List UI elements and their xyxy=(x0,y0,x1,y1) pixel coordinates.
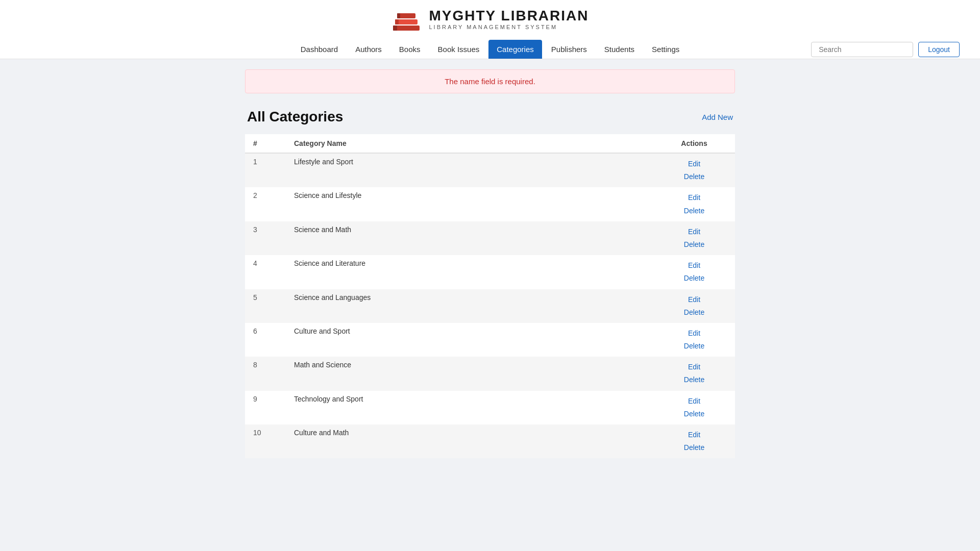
delete-link[interactable]: Delete xyxy=(662,272,727,285)
delete-link[interactable]: Delete xyxy=(662,306,727,319)
delete-link[interactable]: Delete xyxy=(662,170,727,183)
table-row: 10Culture and MathEditDelete xyxy=(245,424,735,458)
row-category-name: Science and Languages xyxy=(286,289,653,323)
row-actions: EditDelete xyxy=(653,153,735,187)
row-actions: EditDelete xyxy=(653,323,735,357)
add-new-link[interactable]: Add New xyxy=(702,113,733,121)
nav-link-book-issues[interactable]: Book Issues xyxy=(430,40,488,59)
table-row: 2Science and LifestyleEditDelete xyxy=(245,187,735,221)
page-header: All Categories Add New xyxy=(245,109,735,125)
row-category-name: Technology and Sport xyxy=(286,391,653,424)
alert-banner: The name field is required. xyxy=(245,69,735,93)
col-header-name: Category Name xyxy=(286,134,653,153)
table-row: 8Math and ScienceEditDelete xyxy=(245,357,735,390)
edit-link[interactable]: Edit xyxy=(662,259,727,272)
edit-link[interactable]: Edit xyxy=(662,361,727,373)
row-number: 10 xyxy=(245,424,286,458)
alert-message: The name field is required. xyxy=(445,77,535,86)
row-number: 3 xyxy=(245,221,286,255)
delete-link[interactable]: Delete xyxy=(662,408,727,420)
nav-right: Logout xyxy=(811,42,960,57)
row-category-name: Science and Literature xyxy=(286,255,653,289)
table-row: 5Science and LanguagesEditDelete xyxy=(245,289,735,323)
edit-link[interactable]: Edit xyxy=(662,191,727,204)
row-actions: EditDelete xyxy=(653,187,735,221)
categories-table: # Category Name Actions 1Lifestyle and S… xyxy=(245,134,735,458)
edit-link[interactable]: Edit xyxy=(662,327,727,340)
logo-text: MYGHTY LIBRARIAN LIBRARY MANAGEMENT SYST… xyxy=(429,9,589,30)
nav-link-dashboard[interactable]: Dashboard xyxy=(292,40,346,59)
nav-link-publishers[interactable]: Publishers xyxy=(543,40,595,59)
search-input[interactable] xyxy=(811,42,913,57)
table-row: 6Culture and SportEditDelete xyxy=(245,323,735,357)
main-nav: DashboardAuthorsBooksBook IssuesCategori… xyxy=(0,40,980,59)
row-number: 1 xyxy=(245,153,286,187)
nav-link-students[interactable]: Students xyxy=(596,40,643,59)
table-row: 4Science and LiteratureEditDelete xyxy=(245,255,735,289)
row-actions: EditDelete xyxy=(653,424,735,458)
svg-rect-5 xyxy=(397,13,400,18)
logo-area: MYGHTY LIBRARIAN LIBRARY MANAGEMENT SYST… xyxy=(391,6,589,33)
row-number: 9 xyxy=(245,391,286,424)
row-actions: EditDelete xyxy=(653,391,735,424)
row-actions: EditDelete xyxy=(653,289,735,323)
edit-link[interactable]: Edit xyxy=(662,293,727,306)
row-category-name: Science and Math xyxy=(286,221,653,255)
logout-button[interactable]: Logout xyxy=(918,42,960,57)
delete-link[interactable]: Delete xyxy=(662,205,727,217)
row-actions: EditDelete xyxy=(653,357,735,390)
row-number: 8 xyxy=(245,357,286,390)
row-actions: EditDelete xyxy=(653,221,735,255)
row-number: 5 xyxy=(245,289,286,323)
col-header-num: # xyxy=(245,134,286,153)
delete-link[interactable]: Delete xyxy=(662,340,727,353)
table-row: 3Science and MathEditDelete xyxy=(245,221,735,255)
main-content: All Categories Add New # Category Name A… xyxy=(245,104,735,479)
row-category-name: Culture and Math xyxy=(286,424,653,458)
nav-link-settings[interactable]: Settings xyxy=(644,40,688,59)
table-header-row: # Category Name Actions xyxy=(245,134,735,153)
edit-link[interactable]: Edit xyxy=(662,395,727,408)
row-category-name: Culture and Sport xyxy=(286,323,653,357)
edit-link[interactable]: Edit xyxy=(662,158,727,170)
logo-title: MYGHTY LIBRARIAN xyxy=(429,9,589,23)
row-number: 4 xyxy=(245,255,286,289)
delete-link[interactable]: Delete xyxy=(662,238,727,251)
nav-links: DashboardAuthorsBooksBook IssuesCategori… xyxy=(292,40,688,59)
row-category-name: Lifestyle and Sport xyxy=(286,153,653,187)
table-row: 9Technology and SportEditDelete xyxy=(245,391,735,424)
edit-link[interactable]: Edit xyxy=(662,429,727,441)
nav-link-authors[interactable]: Authors xyxy=(347,40,390,59)
row-number: 2 xyxy=(245,187,286,221)
nav-link-categories[interactable]: Categories xyxy=(488,40,542,59)
row-category-name: Science and Lifestyle xyxy=(286,187,653,221)
table-row: 1Lifestyle and SportEditDelete xyxy=(245,153,735,187)
svg-rect-1 xyxy=(393,26,397,31)
edit-link[interactable]: Edit xyxy=(662,226,727,238)
page-title: All Categories xyxy=(247,109,343,125)
nav-link-books[interactable]: Books xyxy=(391,40,429,59)
logo-subtitle: LIBRARY MANAGEMENT SYSTEM xyxy=(429,24,589,30)
svg-rect-3 xyxy=(395,19,399,24)
delete-link[interactable]: Delete xyxy=(662,441,727,454)
logo-icon xyxy=(391,6,422,33)
row-number: 6 xyxy=(245,323,286,357)
row-actions: EditDelete xyxy=(653,255,735,289)
col-header-actions: Actions xyxy=(653,134,735,153)
delete-link[interactable]: Delete xyxy=(662,373,727,386)
row-category-name: Math and Science xyxy=(286,357,653,390)
